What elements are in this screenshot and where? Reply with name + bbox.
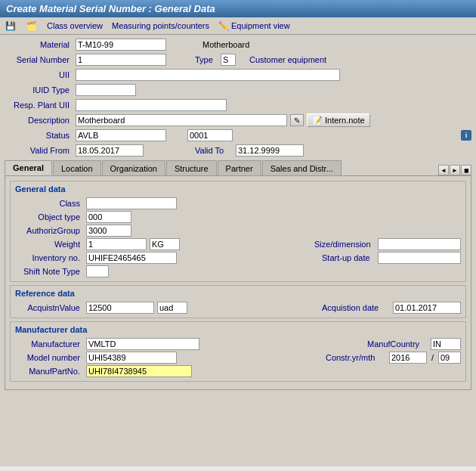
tab-bar: General Location Organization Structure … bbox=[5, 160, 471, 175]
tab-location[interactable]: Location bbox=[53, 160, 101, 175]
startup-date-label: Start-up date bbox=[322, 253, 375, 262]
model-number-row: Model number Constr.yr/mth / bbox=[15, 351, 461, 364]
tab-next-button[interactable]: ► bbox=[450, 165, 460, 175]
weight-unit-input[interactable] bbox=[150, 238, 180, 250]
object-type-label: Object type bbox=[15, 212, 83, 222]
validity-row: Valid From Valid To bbox=[5, 144, 471, 157]
constr-yr-mth-label: Constr.yr/mth bbox=[326, 353, 386, 362]
title-bar: Create Material Serial Number : General … bbox=[0, 0, 476, 17]
intern-note-label: Intern.note bbox=[325, 116, 365, 125]
manufacturer-input[interactable] bbox=[86, 338, 199, 350]
class-overview-link[interactable]: Class overview bbox=[47, 21, 103, 30]
tab-sales-label: Sales and Distr... bbox=[270, 164, 333, 173]
size-dimension-label: Size/dimension bbox=[314, 240, 375, 249]
weight-row: Weight Size/dimension bbox=[15, 237, 461, 251]
manuf-part-no-label: ManufPartNo. bbox=[15, 367, 83, 376]
general-data-section: General data Class Object type AuthorizG… bbox=[10, 181, 466, 282]
tab-prev-button[interactable]: ◄ bbox=[438, 165, 449, 175]
valid-to-input[interactable] bbox=[236, 144, 304, 156]
manuf-country-label: ManufCountry bbox=[367, 339, 428, 349]
class-row: Class bbox=[15, 197, 461, 210]
weight-label: Weight bbox=[15, 240, 83, 249]
tab-partner[interactable]: Partner bbox=[218, 160, 261, 175]
authoriz-group-label: AuthorizGroup bbox=[15, 226, 83, 235]
inventory-no-label: Inventory no. bbox=[15, 253, 83, 262]
toolbar: 💾 🗂️ Class overview Measuring points/cou… bbox=[0, 17, 476, 35]
iuid-type-input[interactable] bbox=[76, 84, 136, 96]
status-input[interactable] bbox=[76, 129, 166, 141]
type-label: Type bbox=[195, 55, 218, 64]
description-input[interactable] bbox=[76, 114, 287, 126]
uii-input[interactable] bbox=[76, 69, 340, 81]
status-code-input[interactable] bbox=[187, 129, 233, 141]
weight-input[interactable] bbox=[86, 238, 147, 250]
serial-number-label: Serial Number bbox=[5, 55, 73, 64]
tab-panel: General Location Organization Structure … bbox=[5, 160, 471, 390]
authoriz-group-row: AuthorizGroup bbox=[15, 224, 461, 237]
tab-sales[interactable]: Sales and Distr... bbox=[262, 160, 342, 175]
iuid-type-label: IUID Type bbox=[5, 85, 73, 95]
tab-organization[interactable]: Organization bbox=[102, 160, 165, 175]
measuring-points-label: Measuring points/counters bbox=[112, 21, 209, 30]
acquistion-date-label: Acquistion date bbox=[322, 303, 390, 312]
tab-location-label: Location bbox=[61, 164, 93, 173]
manuf-country-input[interactable] bbox=[431, 338, 461, 350]
shift-note-label: Shift Note Type bbox=[15, 267, 83, 276]
constr-yr-input[interactable] bbox=[389, 352, 427, 364]
general-data-title: General data bbox=[15, 184, 461, 194]
status-row: Status i bbox=[5, 129, 471, 142]
class-input[interactable] bbox=[86, 197, 177, 209]
object-type-row: Object type bbox=[15, 210, 461, 224]
object-type-input[interactable] bbox=[86, 211, 131, 223]
material-input[interactable] bbox=[76, 39, 166, 51]
tab-partner-label: Partner bbox=[226, 164, 253, 173]
equipment-view-link[interactable]: ✏️ Equipment view bbox=[218, 21, 290, 31]
tab-structure-label: Structure bbox=[175, 164, 209, 173]
tab-general[interactable]: General bbox=[5, 160, 52, 175]
manufacturer-data-section: Manufacturer data Manufacturer ManufCoun… bbox=[10, 321, 466, 382]
save-icon[interactable]: 💾 bbox=[5, 20, 17, 32]
serial-number-input[interactable] bbox=[76, 54, 166, 66]
type-input[interactable] bbox=[221, 54, 236, 66]
resp-plant-uii-input[interactable] bbox=[76, 99, 227, 111]
acquistn-value-label: AcquistnValue bbox=[15, 303, 83, 312]
measuring-points-link[interactable]: Measuring points/counters bbox=[112, 21, 209, 30]
valid-from-input[interactable] bbox=[76, 144, 144, 156]
tab-content: General data Class Object type AuthorizG… bbox=[5, 175, 471, 390]
constr-separator: / bbox=[430, 353, 435, 362]
acquistn-value-input[interactable] bbox=[86, 302, 154, 314]
description-right-label: Motherboard bbox=[202, 40, 249, 49]
class-label: Class bbox=[15, 199, 83, 208]
class-overview-label: Class overview bbox=[47, 21, 103, 30]
info-icon[interactable]: i bbox=[461, 130, 471, 141]
equipment-view-icon: ✏️ bbox=[218, 21, 229, 31]
serial-number-row: Serial Number Type Customer equipment bbox=[5, 53, 471, 67]
size-dimension-input[interactable] bbox=[378, 238, 461, 250]
material-label: Material bbox=[5, 40, 73, 49]
startup-date-input[interactable] bbox=[378, 252, 461, 264]
description-edit-button[interactable]: ✎ bbox=[290, 114, 304, 126]
page-title: Create Material Serial Number : General … bbox=[6, 3, 215, 14]
tab-structure[interactable]: Structure bbox=[166, 160, 217, 175]
resp-plant-uii-row: Resp. Plant UII bbox=[5, 98, 471, 112]
acquistn-value-row: AcquistnValue Acquistion date bbox=[15, 301, 461, 315]
reference-data-title: Reference data bbox=[15, 289, 461, 298]
valid-to-label: Valid To bbox=[195, 146, 233, 155]
equipment-view-label: Equipment view bbox=[231, 21, 290, 30]
acquistn-unit-input[interactable] bbox=[157, 302, 187, 314]
manufacturer-row: Manufacturer ManufCountry bbox=[15, 337, 461, 351]
model-number-input[interactable] bbox=[86, 352, 177, 364]
inventory-no-input[interactable] bbox=[86, 252, 177, 264]
tab-last-button[interactable]: ◼ bbox=[461, 165, 471, 175]
customer-equipment-label: Customer equipment bbox=[249, 55, 329, 64]
class-overview-icon[interactable]: 🗂️ bbox=[26, 20, 38, 32]
shift-note-input[interactable] bbox=[86, 265, 109, 277]
constr-mth-input[interactable] bbox=[438, 352, 461, 364]
authoriz-group-input[interactable] bbox=[86, 225, 131, 237]
manufacturer-data-title: Manufacturer data bbox=[15, 325, 461, 334]
inventory-row: Inventory no. Start-up date bbox=[15, 251, 461, 265]
manuf-part-no-input[interactable] bbox=[86, 365, 192, 377]
acquistion-date-input[interactable] bbox=[393, 302, 461, 314]
uii-label: UII bbox=[5, 70, 73, 79]
intern-note-button[interactable]: 📝 Intern.note bbox=[307, 113, 370, 127]
